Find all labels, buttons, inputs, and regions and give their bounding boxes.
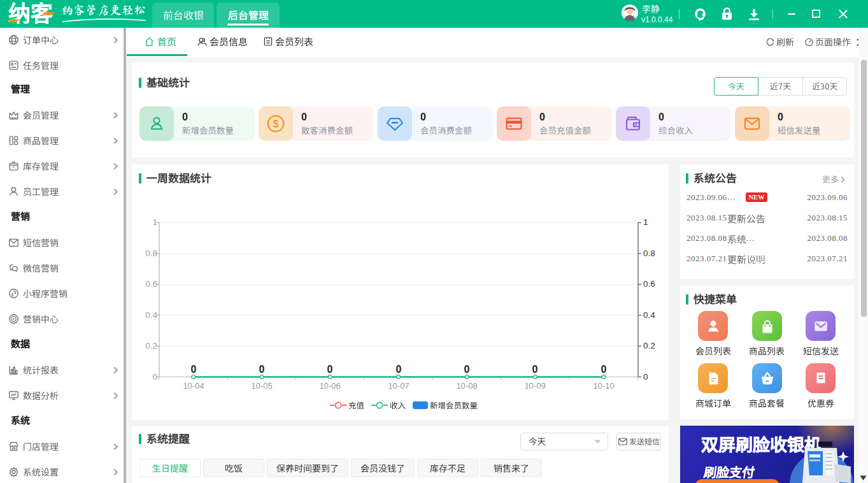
svg-text:$: $ <box>273 118 279 130</box>
